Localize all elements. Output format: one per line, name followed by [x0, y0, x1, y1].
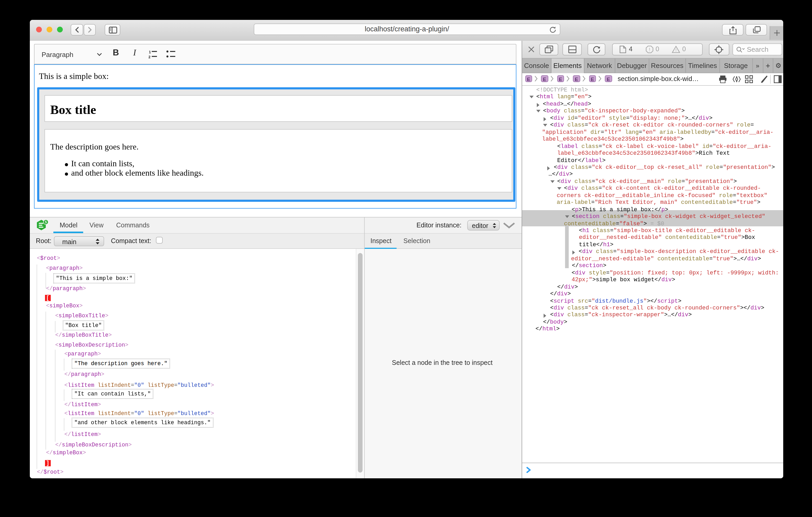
svg-text:!: ! — [675, 48, 677, 53]
svg-text:1: 1 — [149, 50, 151, 54]
svg-text:!: ! — [649, 47, 650, 52]
svg-text:5: 5 — [45, 220, 47, 224]
svg-text:2: 2 — [148, 55, 150, 59]
